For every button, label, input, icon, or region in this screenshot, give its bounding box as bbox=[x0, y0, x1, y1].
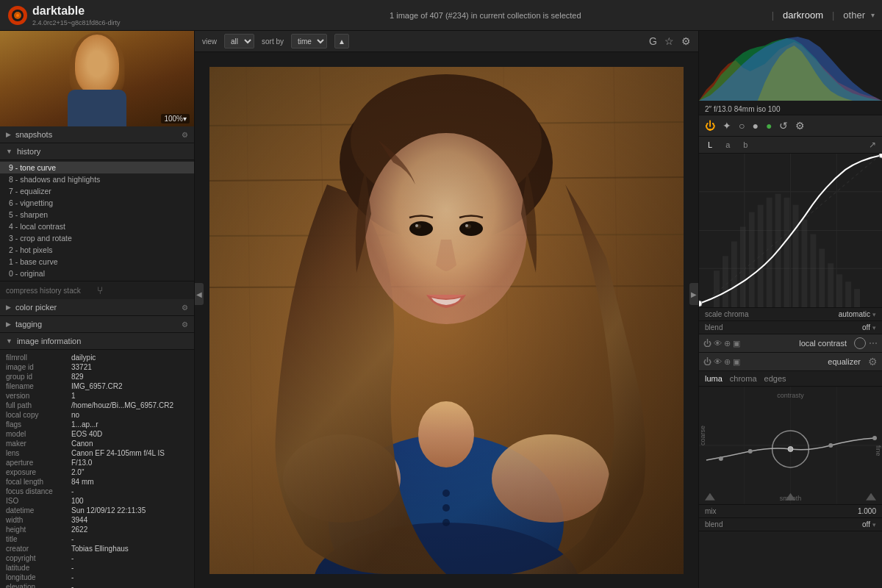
info-key: focus distance bbox=[6, 487, 68, 495]
list-item: creator Tobias Ellinghaus bbox=[6, 544, 188, 553]
list-item: datetime Sun 12/09/12 22:11:35 bbox=[6, 506, 188, 515]
tab-chroma[interactable]: chroma bbox=[730, 374, 757, 383]
lc-power-icon[interactable]: ⏻ bbox=[703, 339, 711, 348]
center-panel: view all sort by time ▲ G ☆ ⚙ bbox=[195, 31, 698, 588]
color-picker-header[interactable]: ▶ color picker ⚙ bbox=[0, 299, 194, 316]
nav-darkroom[interactable]: darkroom bbox=[783, 10, 823, 21]
refresh-icon[interactable]: ↺ bbox=[778, 118, 789, 133]
tagging-section: ▶ tagging ⚙ bbox=[0, 316, 194, 333]
info-val: 2622 bbox=[71, 526, 87, 534]
gear-tool-icon[interactable]: ⚙ bbox=[794, 118, 806, 133]
tab-a[interactable]: a bbox=[723, 139, 733, 151]
info-key: maker bbox=[6, 440, 68, 448]
tab-luma[interactable]: luma bbox=[705, 374, 723, 383]
compress-history-icon[interactable]: ⑂ bbox=[97, 284, 188, 296]
history-item[interactable]: 2 - hot pixels bbox=[0, 244, 194, 256]
star-tool-icon[interactable]: ✦ bbox=[721, 118, 733, 133]
eq-mask-icon[interactable]: ⊕ bbox=[724, 357, 731, 367]
list-item: flags 1...ap...r bbox=[6, 420, 188, 429]
filmstrip-bar: view all sort by time ▲ G ☆ ⚙ bbox=[195, 31, 698, 52]
image-area bbox=[195, 52, 698, 588]
google-icon[interactable]: G bbox=[649, 35, 657, 47]
tagging-arrow-icon: ▶ bbox=[6, 320, 11, 328]
eq-chart: contrasty coarse fine smooth bbox=[699, 387, 882, 504]
tab-L[interactable]: L bbox=[705, 139, 715, 151]
left-panel-toggle[interactable]: ◀ bbox=[195, 283, 204, 305]
info-key: title bbox=[6, 535, 68, 543]
history-item[interactable]: 0 - original bbox=[0, 268, 194, 279]
history-item[interactable]: 7 - equalizer bbox=[0, 185, 194, 197]
history-item[interactable]: 5 - sharpen bbox=[0, 209, 194, 220]
list-item: full path /home/houz/Bi...MG_6957.CR2 bbox=[6, 401, 188, 410]
history-item[interactable]: 6 - vignetting bbox=[0, 197, 194, 209]
circle-tool-icon[interactable]: ○ bbox=[737, 118, 746, 133]
logo-text: darktable 2.4.0rc2+15~g8c81fd8c6-dirty bbox=[32, 4, 121, 26]
info-val: - bbox=[71, 487, 74, 495]
power-icon[interactable]: ⏻ bbox=[703, 118, 717, 133]
sort-select[interactable]: time bbox=[291, 34, 327, 49]
list-item: group id 829 bbox=[6, 372, 188, 381]
tagging-header[interactable]: ▶ tagging ⚙ bbox=[0, 316, 194, 333]
tab-b[interactable]: b bbox=[740, 139, 750, 151]
history-item[interactable]: 9 - tone curve bbox=[0, 162, 194, 173]
info-key: elevation bbox=[6, 583, 68, 588]
lc-mask-icon[interactable]: ⊕ bbox=[724, 339, 731, 348]
history-header[interactable]: ▼ history bbox=[0, 143, 194, 160]
histogram-area: 2″ f/13.0 84mm iso 100 bbox=[699, 31, 882, 115]
tagging-gear-icon[interactable]: ⚙ bbox=[182, 320, 188, 329]
star-icon[interactable]: ☆ bbox=[664, 35, 674, 47]
nav-other[interactable]: other bbox=[843, 10, 865, 21]
local-contrast-circle[interactable] bbox=[854, 337, 866, 349]
snapshots-header[interactable]: ▶ snapshots ⚙ bbox=[0, 126, 194, 143]
view-select[interactable]: all bbox=[224, 34, 254, 49]
status-bar: 1 image of 407 (#234) in current collect… bbox=[202, 11, 769, 20]
color-picker-gear-icon[interactable]: ⚙ bbox=[182, 304, 188, 312]
info-key: model bbox=[6, 430, 68, 438]
main-layout: 100%▾ ▶ snapshots ⚙ ▼ history 9 - tone c… bbox=[0, 31, 882, 588]
tagging-label: tagging bbox=[15, 320, 42, 329]
scale-dropdown-icon[interactable]: ▾ bbox=[872, 311, 876, 318]
info-val: Canon EF 24-105mm f/4L IS bbox=[71, 449, 165, 457]
history-item[interactable]: 8 - shadows and highlights bbox=[0, 173, 194, 185]
list-item: exposure 2.0" bbox=[6, 467, 188, 477]
right-panel-toggle[interactable]: ▶ bbox=[689, 283, 698, 305]
history-item[interactable]: 4 - local contrast bbox=[0, 220, 194, 232]
info-key: filmroll bbox=[6, 354, 68, 362]
tab-edges[interactable]: edges bbox=[764, 374, 786, 383]
info-key: lens bbox=[6, 449, 68, 457]
list-item: height 2622 bbox=[6, 525, 188, 534]
curve-arrow-icon[interactable]: ↗ bbox=[869, 140, 876, 150]
settings-icon[interactable]: ⚙ bbox=[681, 35, 691, 47]
equalizer-extra-icon[interactable]: ⚙ bbox=[868, 356, 878, 368]
image-info-header[interactable]: ▼ image information bbox=[0, 333, 194, 350]
eq-eye-icon[interactable]: 👁 bbox=[714, 357, 722, 366]
eq-power-icon[interactable]: ⏻ bbox=[703, 357, 711, 366]
app-name: darktable bbox=[32, 4, 121, 18]
blend2-dropdown-icon[interactable]: ▾ bbox=[872, 521, 876, 528]
svg-rect-53 bbox=[836, 274, 842, 307]
nav-dropdown-arrow[interactable]: ▾ bbox=[871, 11, 875, 19]
info-val: dailypic bbox=[71, 354, 96, 362]
sort-asc-button[interactable]: ▲ bbox=[334, 34, 349, 49]
snapshots-section: ▶ snapshots ⚙ bbox=[0, 126, 194, 143]
lc-param-icon[interactable]: ▣ bbox=[733, 339, 740, 348]
color-circle-icon[interactable]: ● bbox=[764, 118, 773, 133]
filled-circle-icon[interactable]: ● bbox=[750, 118, 759, 133]
info-key: latitude bbox=[6, 564, 68, 572]
history-item[interactable]: 1 - base curve bbox=[0, 256, 194, 268]
right-panel: 2″ f/13.0 84mm iso 100 ⏻ ✦ ○ ● ● ↺ ⚙ L a… bbox=[698, 31, 882, 588]
info-key: exposure bbox=[6, 468, 68, 476]
blend-dropdown-icon[interactable]: ▾ bbox=[872, 324, 876, 331]
eq-param-icon[interactable]: ▣ bbox=[733, 357, 740, 367]
svg-rect-51 bbox=[819, 248, 825, 307]
svg-rect-47 bbox=[784, 198, 790, 307]
local-contrast-extra-icon[interactable]: ⋯ bbox=[869, 338, 878, 348]
info-val: Canon bbox=[71, 440, 93, 448]
lc-eye-icon[interactable]: 👁 bbox=[714, 339, 722, 348]
compress-history-label: compress history stack bbox=[6, 287, 97, 295]
scale-chroma-row: scale chroma automatic ▾ bbox=[699, 308, 882, 321]
list-item: filename IMG_6957.CR2 bbox=[6, 381, 188, 391]
info-key: datetime bbox=[6, 506, 68, 514]
snapshots-gear-icon[interactable]: ⚙ bbox=[182, 131, 188, 139]
history-item[interactable]: 3 - crop and rotate bbox=[0, 232, 194, 244]
